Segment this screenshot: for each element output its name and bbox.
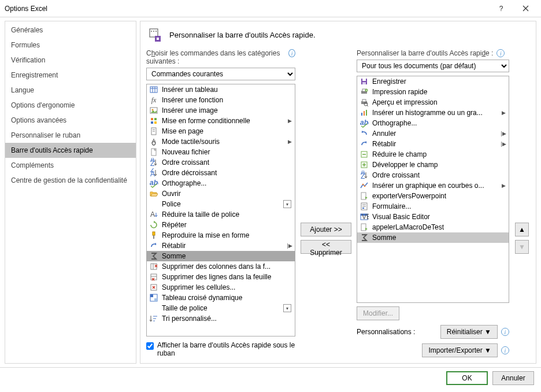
sidebar-item[interactable]: Générales [5, 23, 136, 38]
list-item-label: Rétablir [372, 140, 497, 148]
list-item[interactable]: Supprimer des lignes dans la feuille [147, 272, 295, 282]
list-item-label: Rétablir [162, 242, 283, 250]
list-item[interactable]: Tri personnalisé... [147, 313, 295, 324]
info-icon[interactable]: i [288, 49, 295, 57]
list-item-label: Orthographe... [162, 179, 292, 187]
list-item[interactable]: Aperçu et impression [357, 97, 509, 108]
list-item[interactable]: Développer le champ [357, 160, 509, 170]
list-item[interactable]: AZOrdre croissant [147, 157, 295, 168]
submenu-arrow-icon: ▶ [287, 139, 292, 145]
list-item[interactable]: Formulaire... [357, 201, 509, 212]
sidebar-item[interactable]: Langue [5, 83, 136, 98]
list-item[interactable]: AZOrdre croissant [357, 170, 509, 180]
submenu-arrow-icon: ▶ [287, 118, 292, 124]
svg-text:A: A [150, 210, 155, 219]
list-item[interactable]: Insérer un graphique en courbes o...▶ [357, 180, 509, 191]
reset-button[interactable]: Réinitialiser ▼ [440, 325, 498, 339]
list-item[interactable]: abcOrthographe... [147, 178, 295, 188]
list-item[interactable]: Supprimer des colonnes dans la f... [147, 261, 295, 272]
list-item[interactable]: abcOrthographe... [357, 118, 509, 128]
sidebar-item[interactable]: Personnaliser le ruban [5, 128, 136, 143]
list-item[interactable]: ARéduire la taille de police [147, 209, 295, 220]
list-item-label: Reproduire la mise en forme [162, 231, 292, 239]
list-item[interactable]: Insérer un tableau [147, 84, 295, 95]
list-item-label: Annuler [372, 130, 497, 138]
remove-button[interactable]: << Supprimer [301, 240, 351, 254]
dropdown-indicator-icon: ▾ [283, 200, 291, 208]
close-button[interactable] [513, 1, 538, 17]
svg-rect-14 [151, 121, 153, 124]
list-item[interactable]: Impression rapide [357, 87, 509, 97]
list-item-label: Insérer un tableau [162, 86, 292, 94]
list-item[interactable]: Insérer un histogramme ou un gra...▶ [357, 108, 509, 118]
list-item[interactable]: fxInsérer une fonction [147, 95, 295, 105]
choose-commands-label: Choisir les commandes dans les catégorie… [146, 49, 285, 65]
svg-rect-40 [362, 79, 366, 81]
list-item[interactable]: Rétablir|▶ [147, 241, 295, 251]
list-item[interactable]: Somme [357, 232, 509, 243]
list-item[interactable]: VBVisual Basic Editor [357, 212, 509, 222]
list-item[interactable]: Nouveau fichier [147, 147, 295, 157]
sidebar-item[interactable]: Centre de gestion de la confidentialité [5, 173, 136, 188]
list-item-label: Mode tactile/souris [162, 138, 283, 146]
svg-point-60 [362, 184, 364, 186]
list-item[interactable]: Supprimer les cellules... [147, 282, 295, 293]
commands-category-select[interactable]: Commandes courantes [146, 68, 295, 80]
list-item[interactable]: Tableau croisé dynamique [147, 293, 295, 303]
list-item[interactable]: Rétablir|▶ [357, 139, 509, 149]
list-item-label: Impression rapide [372, 88, 506, 96]
list-item[interactable]: Insérer une image [147, 105, 295, 116]
list-item[interactable]: Mode tactile/souris▶ [147, 136, 295, 147]
show-below-ribbon-checkbox[interactable] [146, 342, 154, 350]
del-cell-icon [149, 283, 158, 292]
sidebar-item[interactable]: Compléments [5, 158, 136, 173]
sidebar-item[interactable]: Barre d'outils Accès rapide [5, 143, 136, 158]
list-item[interactable]: Enregistrer [357, 76, 509, 87]
sidebar-item[interactable]: Enregistrement [5, 68, 136, 83]
fx-icon: fx [149, 95, 158, 105]
svg-point-1 [151, 31, 152, 32]
list-item[interactable]: Mise en page [147, 126, 295, 136]
list-item[interactable]: Mise en forme conditionnelle▶ [147, 116, 295, 126]
svg-text:Z: Z [150, 160, 154, 167]
font-icon [149, 199, 158, 209]
list-item[interactable]: Somme [147, 251, 295, 261]
sidebar-item[interactable]: Vérification [5, 53, 136, 68]
qat-items-list[interactable]: EnregistrerImpression rapideAperçu et im… [357, 76, 509, 303]
info-icon[interactable]: i [496, 49, 505, 57]
sidebar-item[interactable]: Options avancées [5, 113, 136, 128]
sidebar-item[interactable]: Formules [5, 38, 136, 53]
list-item[interactable]: Réduire le champ [357, 149, 509, 160]
modify-button[interactable]: Modifier... [357, 306, 399, 320]
list-item[interactable]: exporterVersPowerpoint [357, 191, 509, 201]
svg-text:A: A [150, 170, 155, 177]
list-item[interactable]: Répéter [147, 220, 295, 230]
list-item[interactable]: ZAOrdre décroissant [147, 168, 295, 178]
list-item[interactable]: Ouvrir [147, 188, 295, 199]
list-item-label: Police [162, 200, 280, 208]
list-item-label: Tri personnalisé... [162, 315, 292, 323]
cancel-button[interactable]: Annuler [492, 371, 534, 385]
list-item-label: Tableau croisé dynamique [162, 294, 292, 302]
ok-button[interactable]: OK [446, 371, 488, 385]
help-button[interactable]: ? [489, 1, 513, 17]
list-item[interactable]: Taille de police▾ [147, 303, 295, 313]
list-item[interactable]: Police▾ [147, 199, 295, 209]
qat-scope-select[interactable]: Pour tous les documents (par défaut) [357, 60, 509, 72]
list-item-label: Mise en page [162, 127, 292, 135]
list-item[interactable]: Annuler|▶ [357, 128, 509, 139]
info-icon[interactable]: i [501, 346, 509, 354]
move-up-button[interactable]: ▲ [515, 223, 529, 236]
page-icon [149, 127, 158, 136]
info-icon[interactable]: i [501, 328, 509, 336]
add-button[interactable]: Ajouter >> [301, 223, 351, 236]
import-export-button[interactable]: Importer/Exporter ▼ [422, 343, 498, 357]
svg-rect-26 [153, 232, 155, 235]
sort-asc-icon: AZ [149, 158, 158, 167]
move-down-button[interactable]: ▼ [515, 240, 529, 254]
sidebar-item[interactable]: Options d'ergonomie [5, 98, 136, 113]
list-item[interactable]: appelerLaMacroDeTest [357, 222, 509, 232]
macro-icon [360, 223, 369, 232]
list-item[interactable]: Reproduire la mise en forme [147, 230, 295, 241]
available-commands-list[interactable]: Insérer un tableaufxInsérer une fonction… [146, 84, 295, 336]
